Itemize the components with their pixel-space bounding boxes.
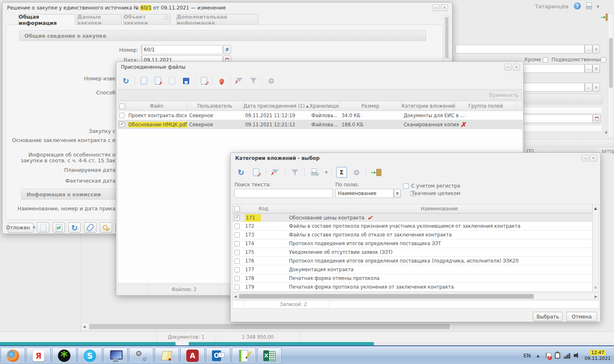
row-checkbox[interactable]	[234, 241, 240, 246]
row-checkbox[interactable]	[234, 250, 240, 255]
right-panel-scrollbar[interactable]	[608, 14, 614, 138]
row-checkbox[interactable]	[119, 113, 125, 118]
number-generator-icon[interactable]: #	[223, 45, 231, 54]
categories-table-row[interactable]: 178Печатная форма отмены протокола	[233, 274, 592, 283]
tab-general[interactable]: Общая информация	[18, 14, 75, 25]
categories-table-row[interactable]: 177Документация контракта	[233, 265, 592, 274]
row-checkbox[interactable]	[234, 232, 240, 238]
col-storage[interactable]: Хранилище	[309, 101, 340, 111]
status-dropdown-button[interactable]: Отложен▼	[8, 223, 34, 233]
language-indicator[interactable]: EN	[523, 352, 531, 359]
col-code[interactable]: Код	[242, 205, 286, 213]
taskbar-app-rdp[interactable]	[104, 347, 128, 364]
row-checkbox[interactable]	[234, 258, 240, 264]
lookup-dots-button[interactable]: ...	[585, 45, 592, 53]
network-signal-icon[interactable]	[564, 353, 570, 359]
col-fieldgroup[interactable]: Группа полей	[455, 101, 516, 111]
files-table-row[interactable]: Проект контракта.docxСеверное09.11.2021 …	[118, 111, 523, 120]
taskbar-app-icq[interactable]	[52, 347, 76, 364]
keys-button[interactable]	[100, 222, 112, 233]
taskbar-app-firefox[interactable]	[1, 347, 25, 364]
settings-icon[interactable]	[266, 75, 277, 86]
row-checkbox[interactable]	[234, 276, 240, 281]
taskbar-app-outlook[interactable]	[206, 347, 230, 364]
filter-clear-icon[interactable]	[270, 167, 281, 178]
edit-icon[interactable]	[250, 167, 261, 178]
print-icon[interactable]: ✓	[309, 167, 320, 178]
taskbar-app-wizard[interactable]	[155, 347, 179, 364]
volume-icon[interactable]	[574, 352, 580, 359]
chevron-down-icon[interactable]: ▼	[605, 131, 607, 135]
exit-icon[interactable]	[371, 167, 381, 178]
lookup-dots-button[interactable]: ...	[585, 83, 592, 92]
select-all-checkbox[interactable]	[234, 206, 240, 212]
tab-additional-info[interactable]: Дополнительная информация	[176, 14, 258, 25]
refresh-icon[interactable]	[120, 75, 131, 86]
col-user[interactable]: Пользователь	[187, 101, 243, 111]
maximize-icon[interactable]: ▭	[433, 5, 440, 11]
krome-checkbox[interactable]	[543, 57, 548, 63]
taskbar-app-excel[interactable]	[258, 347, 282, 364]
lookup-dots-button[interactable]: ...	[585, 64, 592, 73]
categories-table-row[interactable]: 173Файлы в составе протокола об отказе о…	[233, 231, 592, 239]
taskbar-app-yandex[interactable]	[26, 347, 51, 364]
categories-table-row[interactable]: 179Печатная форма протокола уклонения от…	[233, 283, 592, 292]
cancel-button[interactable]: Отмена	[566, 312, 597, 321]
tray-expand-icon[interactable]: ▲	[537, 354, 539, 358]
filter-field-1[interactable]	[455, 45, 585, 53]
sum-icon[interactable]	[336, 167, 347, 178]
number-input[interactable]: 60/1	[141, 45, 223, 54]
clear-field-button[interactable]: ×	[592, 45, 600, 53]
background-hscrollbar[interactable]: ◀	[81, 323, 453, 330]
categories-hscrollbar[interactable]: ◀ ▶	[232, 293, 599, 299]
categories-table-row[interactable]: 175Уведомление об отсутствии заявок (ЭЗТ…	[233, 248, 592, 257]
close-icon[interactable]: ✕	[441, 5, 448, 11]
select-dropdown-icon[interactable]: ▼	[394, 189, 401, 198]
document-button[interactable]	[37, 222, 49, 233]
edit-icon[interactable]	[198, 75, 209, 86]
tab-purchase-object[interactable]: Объект закупки	[123, 14, 171, 25]
tray-clock[interactable]: 12:47 09.11.2021	[585, 350, 611, 362]
taskbar-app-notes[interactable]	[232, 347, 256, 364]
close-icon[interactable]: ✕	[590, 155, 597, 162]
scroll-down-icon[interactable]: ▼	[594, 286, 597, 290]
col-category[interactable]: Категории вложений	[402, 101, 455, 111]
by-field-select[interactable]: Наименование	[335, 189, 394, 198]
case-sensitive-checkbox[interactable]	[403, 183, 409, 189]
files-table-row[interactable]: Обоснование НМЦК.pdfСеверное09.11.2021 1…	[118, 120, 523, 129]
row-checkbox[interactable]	[234, 267, 240, 272]
scroll-left-icon[interactable]: ◀	[234, 294, 237, 299]
action-center-flag-icon[interactable]: ✗	[544, 352, 551, 359]
apply-filter-button[interactable]: Применить	[490, 91, 517, 99]
close-icon[interactable]: ✕	[513, 64, 520, 70]
taskbar-app-skype[interactable]	[78, 347, 102, 364]
maximize-icon[interactable]: ▭	[582, 155, 589, 162]
copy-document-icon[interactable]	[166, 75, 177, 86]
chevron-down-icon[interactable]: ▼	[325, 171, 327, 174]
settings-icon[interactable]	[351, 167, 362, 178]
categories-vscrollbar[interactable]: ▲ ▼	[592, 204, 599, 292]
tab-purchase-data[interactable]: Данные закупки	[77, 14, 122, 25]
filter-clear-icon[interactable]	[234, 75, 245, 86]
col-date[interactable]: Дата присоединения (1)▲	[243, 101, 309, 111]
categories-table-row[interactable]: 174Протокол подведения итогов определени…	[233, 239, 592, 248]
taskbar-app-workflow[interactable]	[129, 347, 153, 364]
col-size[interactable]: Размер	[340, 101, 402, 111]
print-settings-icon[interactable]	[584, 1, 595, 12]
new-document-icon[interactable]	[138, 75, 149, 86]
delete-document-icon[interactable]	[152, 75, 163, 86]
row-checkbox[interactable]	[234, 284, 240, 290]
scroll-right-icon[interactable]: ▶	[595, 294, 597, 299]
calendar-icon[interactable]	[593, 114, 600, 123]
scroll-up-icon[interactable]: ▲	[594, 206, 597, 210]
save-icon[interactable]	[181, 75, 191, 86]
categories-table-row[interactable]: 172Файлы в составе протокола признания у…	[233, 222, 592, 231]
select-all-checkbox[interactable]	[119, 104, 125, 109]
refresh-icon[interactable]	[236, 167, 246, 178]
select-button[interactable]: Выбрать	[533, 312, 563, 321]
categories-table-row[interactable]: 171Обоснование цены контракта✓	[233, 213, 592, 222]
col-name[interactable]: Наименование	[286, 205, 593, 213]
maximize-icon[interactable]: ▭	[505, 64, 512, 70]
taskbar-app-acrobat[interactable]	[181, 347, 205, 364]
clipboard-icon[interactable]	[555, 352, 560, 359]
